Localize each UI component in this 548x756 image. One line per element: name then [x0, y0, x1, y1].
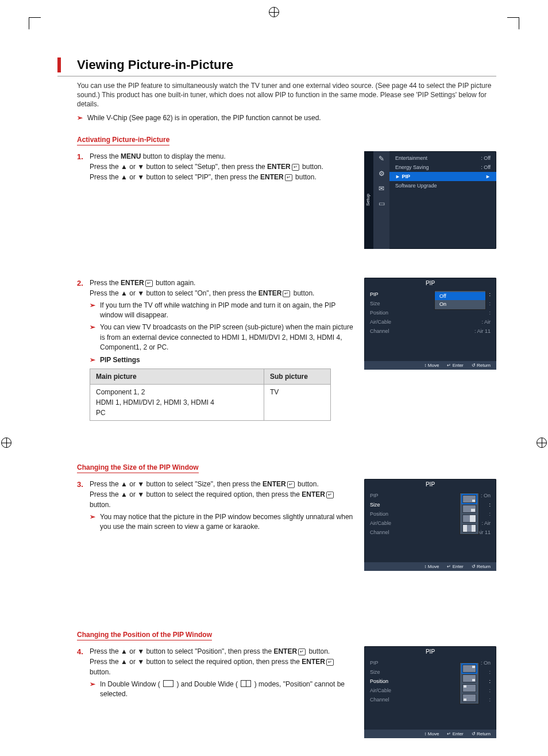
table-cell-sub: TV	[264, 384, 330, 420]
osd-icon: ▭	[379, 199, 385, 208]
enter-icon: ↵	[145, 280, 153, 287]
note-bullet-icon: ➢	[90, 323, 95, 352]
text: Press the ▲ or ▼ button to select "PIP",…	[90, 173, 260, 181]
osd-row: Channel: Air 11	[370, 327, 491, 336]
text: button.	[307, 647, 330, 655]
text: PIP Settings	[100, 355, 140, 365]
pip-settings-table: Main picture Sub picture Component 1, 2 …	[90, 369, 331, 421]
text: button.	[296, 480, 319, 488]
text: button again.	[154, 279, 196, 287]
enter-label: ENTER	[302, 490, 325, 498]
osd-row: Energy Saving: Off	[394, 163, 492, 172]
text: button.	[294, 173, 317, 181]
osd-footer: ↕ Move ↵ Enter ↺ Return	[364, 361, 496, 370]
osd-option-off: Off	[435, 292, 485, 300]
text: Press the ▲ or ▼ button to select "Posit…	[90, 647, 273, 655]
osd-icon: ✉	[379, 185, 384, 193]
note-bullet-icon: ➢	[77, 114, 83, 122]
intro-paragraph: You can use the PIP feature to simultane…	[77, 81, 496, 109]
step-4: 4. Press the ▲ or ▼ button to select "Po…	[77, 646, 354, 677]
step-number: 2.	[77, 278, 90, 298]
text: button.	[90, 501, 111, 509]
text: button to display the menu.	[141, 152, 225, 160]
step3-note: ➢You may notice that the picture in the …	[90, 512, 354, 532]
size-option	[462, 505, 476, 513]
page-title: Viewing Picture-in-Picture	[57, 57, 496, 72]
osd-popup-position	[460, 662, 479, 704]
enter-label: ENTER	[263, 480, 286, 488]
enter-label: ENTER	[267, 163, 291, 171]
enter-icon: ↵	[287, 481, 295, 488]
table-cell-main: Component 1, 2 HDMI 1, HDMI/DVI 2, HDMI …	[90, 384, 264, 420]
enter-label: ENTER	[260, 173, 284, 181]
osd-icon-column: ✎ ⚙ ✉ ▭	[373, 151, 389, 249]
osd-title: PIP	[364, 646, 496, 657]
text: Press the ▲ or ▼ button to select "On", …	[90, 289, 258, 297]
osd-sidebar-label: Setup	[364, 151, 373, 249]
subheading-position: Changing the Position of the PIP Window	[77, 631, 212, 640]
table-header-sub: Sub picture	[264, 369, 330, 384]
text: Press the ▲ or ▼ button to select "Setup…	[90, 163, 267, 171]
position-option	[462, 665, 476, 673]
enter-icon: ↵	[298, 648, 306, 655]
osd-option-on: On	[435, 300, 485, 308]
subheading-size: Changing the Size of the PIP Window	[77, 463, 199, 473]
osd-row: Entertainment: Off	[394, 153, 492, 163]
osd-popup-size	[460, 493, 479, 535]
step4-note: ➢ In Double Window ( ) and Double Wide (…	[90, 680, 354, 700]
size-option	[462, 524, 476, 532]
table-header-main: Main picture	[90, 369, 264, 384]
menu-label: MENU	[121, 152, 141, 160]
note-bullet-icon: ➢	[90, 512, 95, 532]
top-note: ➢ While V-Chip (See page 62) is in opera…	[77, 114, 496, 122]
position-option	[462, 684, 476, 692]
position-option	[462, 694, 476, 702]
step2-note1: ➢If you turn the TV off while watching i…	[90, 301, 354, 321]
osd-title: PIP	[364, 479, 496, 490]
osd-pip-onoff-screenshot: PIP PIP: Size: Position: Air/Cable: Air …	[364, 278, 496, 370]
text: button.	[300, 163, 323, 171]
osd-icon: ⚙	[379, 170, 385, 178]
osd-icon: ✎	[379, 155, 384, 163]
text: Press the ▲ or ▼ button to select "Size"…	[90, 480, 263, 488]
osd-pip-position-screenshot: PIP PIP: On Size: Position: Air/Cable: C…	[364, 646, 496, 738]
note-bullet-icon: ➢	[90, 355, 95, 365]
osd-footer: ↕ Move ↵ Enter ↺ Return	[364, 562, 496, 571]
enter-label: ENTER	[121, 279, 144, 287]
subheading-activate: Activating Picture-in-Picture	[77, 136, 169, 145]
osd-row: Air/Cable: Air	[370, 317, 491, 327]
enter-label: ENTER	[302, 658, 325, 666]
text: Press the ▲ or ▼ button to select the re…	[90, 490, 302, 498]
text: You can view TV broadcasts on the PIP sc…	[100, 323, 354, 352]
note-bullet-icon: ➢	[90, 301, 95, 321]
enter-icon: ↵	[292, 164, 299, 171]
text: You may notice that the picture in the P…	[100, 512, 354, 532]
enter-label: ENTER	[273, 647, 297, 655]
enter-label: ENTER	[258, 289, 282, 297]
text: Press the	[90, 152, 121, 160]
step-3: 3. Press the ▲ or ▼ button to select "Si…	[77, 479, 354, 510]
step2-note2: ➢You can view TV broadcasts on the PIP s…	[90, 323, 354, 352]
double-window-icon	[163, 680, 173, 687]
title-rule	[57, 76, 496, 76]
note-bullet-icon: ➢	[90, 680, 95, 700]
enter-icon: ↵	[283, 290, 290, 297]
step-number: 1.	[77, 151, 90, 182]
enter-icon: ↵	[326, 492, 334, 498]
enter-icon: ↵	[326, 659, 334, 666]
text: button.	[90, 668, 111, 676]
pip-settings-label: ➢PIP Settings	[90, 355, 354, 365]
text: Press the ▲ or ▼ button to select the re…	[90, 658, 302, 666]
text: In Double Window ( ) and Double Wide ( )…	[100, 680, 354, 700]
manual-page: Viewing Picture-in-Picture You can use t…	[0, 0, 548, 756]
step-1: 1. Press the MENU button to display the …	[77, 151, 354, 182]
position-option	[462, 674, 476, 682]
osd-footer: ↕ Move ↵ Enter ↺ Return	[364, 730, 496, 738]
osd-setup-screenshot: Setup ✎ ⚙ ✉ ▭ Entertainment: Off Energy …	[364, 151, 496, 249]
step-number: 3.	[77, 479, 90, 510]
top-note-text: While V-Chip (See page 62) is in operati…	[87, 114, 321, 122]
osd-row: Software Upgrade	[394, 181, 492, 190]
enter-icon: ↵	[285, 174, 292, 181]
step-2: 2. Press the ENTER↵ button again. Press …	[77, 278, 354, 298]
double-wide-icon	[241, 680, 251, 687]
